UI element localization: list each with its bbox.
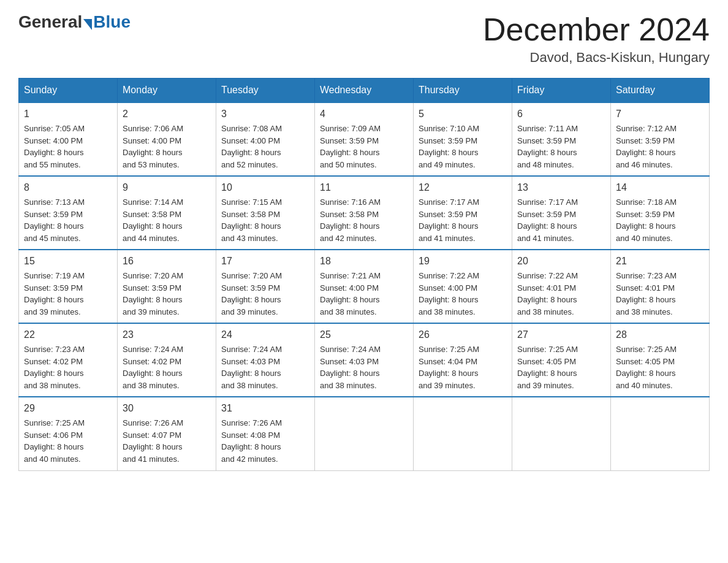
calendar-header-row: SundayMondayTuesdayWednesdayThursdayFrid… (19, 79, 710, 103)
sunset-label: Sunset: 4:02 PM (24, 357, 83, 366)
daylight-label: Daylight: 8 hours (24, 442, 84, 451)
daylight-continuation: and 40 minutes. (24, 454, 81, 464)
daylight-continuation: and 42 minutes. (221, 454, 278, 464)
sunset-label: Sunset: 3:59 PM (616, 136, 675, 145)
sunset-label: Sunset: 4:01 PM (616, 283, 675, 293)
calendar-cell: 30 Sunrise: 7:26 AM Sunset: 4:07 PM Dayl… (118, 397, 216, 470)
daylight-continuation: and 39 minutes. (419, 381, 476, 390)
day-number: 12 (419, 180, 507, 195)
sunset-label: Sunset: 3:59 PM (517, 210, 576, 219)
daylight-label: Daylight: 8 hours (616, 295, 676, 304)
calendar-cell: 22 Sunrise: 7:23 AM Sunset: 4:02 PM Dayl… (19, 323, 118, 397)
daylight-continuation: and 39 minutes. (221, 307, 278, 316)
sunset-label: Sunset: 3:58 PM (320, 210, 379, 219)
daylight-continuation: and 41 minutes. (123, 454, 180, 464)
day-number: 6 (517, 107, 605, 121)
calendar-cell: 12 Sunrise: 7:17 AM Sunset: 3:59 PM Dayl… (414, 176, 512, 250)
sunset-label: Sunset: 4:05 PM (517, 357, 576, 366)
calendar-cell: 2 Sunrise: 7:06 AM Sunset: 4:00 PM Dayli… (118, 102, 216, 176)
title-area: December 2024 Davod, Bacs-Kiskun, Hungar… (483, 12, 710, 66)
daylight-continuation: and 52 minutes. (221, 160, 278, 169)
calendar-cell: 5 Sunrise: 7:10 AM Sunset: 3:59 PM Dayli… (414, 102, 512, 176)
sunrise-label: Sunrise: 7:17 AM (517, 197, 578, 207)
sunrise-label: Sunrise: 7:24 AM (221, 345, 282, 354)
sunset-label: Sunset: 4:00 PM (221, 136, 280, 145)
sunrise-label: Sunrise: 7:25 AM (24, 418, 85, 427)
daylight-continuation: and 39 minutes. (517, 381, 574, 390)
day-number: 19 (419, 254, 507, 269)
calendar-week-row: 1 Sunrise: 7:05 AM Sunset: 4:00 PM Dayli… (19, 102, 710, 176)
day-number: 5 (419, 107, 507, 121)
daylight-label: Daylight: 8 hours (320, 221, 380, 231)
calendar-cell: 31 Sunrise: 7:26 AM Sunset: 4:08 PM Dayl… (216, 397, 315, 470)
day-number: 13 (517, 180, 605, 195)
day-number: 9 (123, 180, 211, 195)
sunrise-label: Sunrise: 7:09 AM (320, 124, 381, 133)
day-number: 15 (24, 254, 112, 269)
sunrise-label: Sunrise: 7:15 AM (221, 197, 282, 207)
day-number: 7 (616, 107, 704, 121)
daylight-continuation: and 50 minutes. (320, 160, 377, 169)
daylight-continuation: and 43 minutes. (221, 234, 278, 243)
sunrise-label: Sunrise: 7:22 AM (517, 271, 578, 280)
daylight-label: Daylight: 8 hours (24, 148, 84, 157)
sunset-label: Sunset: 3:59 PM (221, 283, 280, 293)
daylight-continuation: and 41 minutes. (419, 234, 476, 243)
daylight-continuation: and 44 minutes. (123, 234, 180, 243)
day-number: 23 (123, 327, 211, 342)
day-number: 4 (320, 107, 408, 121)
calendar-cell: 23 Sunrise: 7:24 AM Sunset: 4:02 PM Dayl… (118, 323, 216, 397)
sunrise-label: Sunrise: 7:25 AM (419, 345, 479, 354)
day-number: 29 (24, 401, 112, 416)
sunrise-label: Sunrise: 7:06 AM (123, 124, 183, 133)
calendar-header-tuesday: Tuesday (216, 79, 315, 103)
sunset-label: Sunset: 4:07 PM (123, 431, 181, 440)
daylight-label: Daylight: 8 hours (24, 221, 84, 231)
daylight-label: Daylight: 8 hours (221, 221, 281, 231)
calendar-cell: 11 Sunrise: 7:16 AM Sunset: 3:58 PM Dayl… (315, 176, 414, 250)
location-title: Davod, Bacs-Kiskun, Hungary (483, 50, 710, 66)
sunrise-label: Sunrise: 7:18 AM (616, 197, 677, 207)
sunset-label: Sunset: 4:00 PM (123, 136, 181, 145)
calendar-cell: 27 Sunrise: 7:25 AM Sunset: 4:05 PM Dayl… (512, 323, 611, 397)
calendar-cell: 4 Sunrise: 7:09 AM Sunset: 3:59 PM Dayli… (315, 102, 414, 176)
daylight-continuation: and 48 minutes. (517, 160, 574, 169)
daylight-label: Daylight: 8 hours (320, 148, 380, 157)
daylight-label: Daylight: 8 hours (419, 295, 479, 304)
day-number: 22 (24, 327, 112, 342)
daylight-label: Daylight: 8 hours (616, 369, 676, 378)
sunset-label: Sunset: 3:58 PM (221, 210, 280, 219)
sunrise-label: Sunrise: 7:05 AM (24, 124, 85, 133)
calendar-header-thursday: Thursday (414, 79, 512, 103)
calendar-cell (414, 397, 512, 470)
daylight-label: Daylight: 8 hours (221, 295, 281, 304)
sunset-label: Sunset: 3:59 PM (24, 283, 83, 293)
calendar-cell: 16 Sunrise: 7:20 AM Sunset: 3:59 PM Dayl… (118, 250, 216, 323)
calendar-cell: 28 Sunrise: 7:25 AM Sunset: 4:05 PM Dayl… (611, 323, 710, 397)
calendar-cell: 25 Sunrise: 7:24 AM Sunset: 4:03 PM Dayl… (315, 323, 414, 397)
calendar-cell: 17 Sunrise: 7:20 AM Sunset: 3:59 PM Dayl… (216, 250, 315, 323)
day-number: 2 (123, 107, 211, 121)
sunset-label: Sunset: 3:59 PM (320, 136, 379, 145)
daylight-label: Daylight: 8 hours (419, 369, 479, 378)
daylight-continuation: and 38 minutes. (320, 307, 377, 316)
daylight-continuation: and 55 minutes. (24, 160, 81, 169)
daylight-continuation: and 38 minutes. (123, 381, 180, 390)
calendar-week-row: 29 Sunrise: 7:25 AM Sunset: 4:06 PM Dayl… (19, 397, 710, 470)
day-number: 25 (320, 327, 408, 342)
daylight-continuation: and 38 minutes. (221, 381, 278, 390)
sunset-label: Sunset: 4:00 PM (320, 283, 379, 293)
daylight-continuation: and 38 minutes. (419, 307, 476, 316)
sunrise-label: Sunrise: 7:14 AM (123, 197, 183, 207)
logo-blue-text: Blue (93, 12, 131, 32)
sunset-label: Sunset: 4:02 PM (123, 357, 181, 366)
daylight-label: Daylight: 8 hours (221, 442, 281, 451)
calendar-cell: 19 Sunrise: 7:22 AM Sunset: 4:00 PM Dayl… (414, 250, 512, 323)
calendar-cell: 18 Sunrise: 7:21 AM Sunset: 4:00 PM Dayl… (315, 250, 414, 323)
sunset-label: Sunset: 4:00 PM (24, 136, 83, 145)
sunset-label: Sunset: 3:59 PM (24, 210, 83, 219)
sunrise-label: Sunrise: 7:19 AM (24, 271, 85, 280)
daylight-continuation: and 38 minutes. (24, 381, 81, 390)
sunrise-label: Sunrise: 7:25 AM (616, 345, 677, 354)
day-number: 30 (123, 401, 211, 416)
